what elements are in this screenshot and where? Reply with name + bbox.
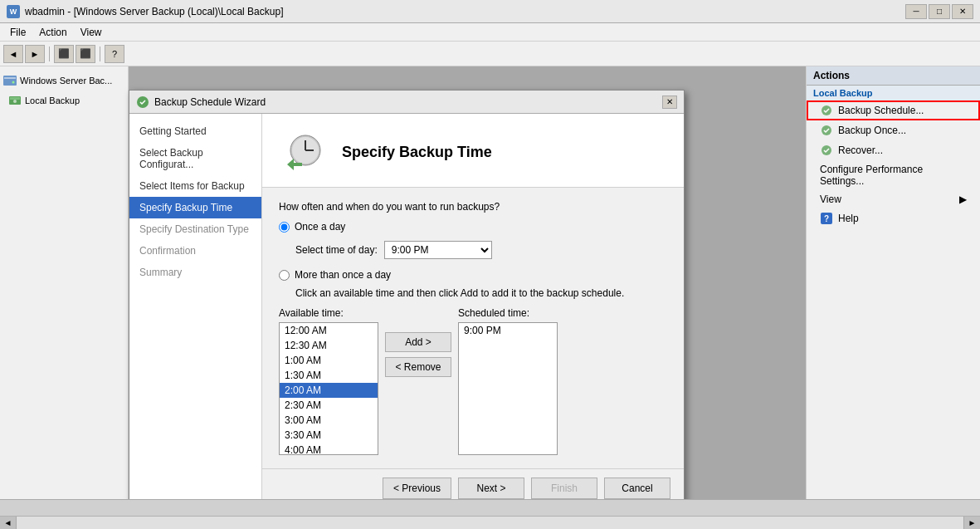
wizard-dialog: Backup Schedule Wizard ✕ Getting Started…: [129, 90, 685, 499]
svg-text:?: ?: [824, 214, 829, 223]
maximize-button[interactable]: □: [929, 4, 950, 19]
wizard-body: Getting Started Select Backup Configurat…: [129, 114, 684, 499]
left-pane: Windows Server Bac... Local Backup: [0, 66, 129, 499]
radio-more-label[interactable]: More than once a day: [295, 269, 391, 281]
scheduled-item-900pm[interactable]: 9:00 PM: [459, 323, 557, 338]
wizard-nav-confirmation: Confirmation: [129, 240, 261, 262]
scroll-right-btn[interactable]: ►: [963, 517, 980, 530]
wizard-nav: Getting Started Select Backup Configurat…: [129, 114, 262, 499]
finish-button[interactable]: Finish: [531, 478, 597, 499]
app-icon: W: [7, 5, 20, 18]
add-button[interactable]: Add >: [385, 332, 451, 352]
instruction-text: Click an available time and then click A…: [295, 287, 667, 299]
back-button[interactable]: ◄: [3, 45, 23, 63]
time-dropdown[interactable]: 9:00 PM 9:30 PM 10:00 PM: [384, 241, 492, 259]
time-label: Select time of day:: [295, 244, 378, 256]
available-label: Available time:: [279, 307, 378, 319]
wizard-page-title: Specify Backup Time: [342, 144, 492, 161]
configure-performance-label: Configure Performance Settings...: [820, 164, 967, 187]
backup-once-action[interactable]: Backup Once...: [807, 120, 980, 140]
wizard-title: Backup Schedule Wizard: [154, 96, 266, 108]
view-section[interactable]: View ▶: [807, 190, 980, 208]
actions-section-header: Local Backup: [807, 86, 980, 100]
radio-group: Once a day Select time of day: 9:00 PM 9…: [279, 221, 667, 299]
title-bar: W wbadmin - [Windows Server Backup (Loca…: [0, 0, 980, 23]
wizard-header-icon: [279, 127, 329, 177]
scheduled-label: Scheduled time:: [458, 307, 558, 319]
svg-point-2: [12, 81, 15, 84]
radio-once-label[interactable]: Once a day: [295, 221, 345, 233]
remove-button[interactable]: < Remove: [385, 357, 451, 377]
svg-point-5: [13, 100, 17, 103]
close-button[interactable]: ✕: [952, 4, 973, 19]
scheduled-times-list[interactable]: 9:00 PM: [458, 322, 558, 455]
up-button[interactable]: ⬛: [54, 45, 74, 63]
cancel-button[interactable]: Cancel: [604, 478, 670, 499]
wizard-header: Specify Backup Time: [262, 114, 684, 188]
time-item-1230am[interactable]: 12:30 AM: [280, 338, 378, 353]
wizard-nav-getting-started[interactable]: Getting Started: [129, 120, 261, 142]
backup-schedule-action[interactable]: Backup Schedule...: [807, 100, 980, 120]
actions-header: Actions: [807, 66, 980, 86]
configure-performance-action[interactable]: Configure Performance Settings...: [807, 160, 980, 190]
forward-button[interactable]: ►: [25, 45, 45, 63]
menu-view[interactable]: View: [74, 25, 109, 40]
previous-button[interactable]: < Previous: [383, 478, 451, 499]
server-nav-item[interactable]: Windows Server Bac...: [0, 70, 128, 91]
local-backup-icon: [8, 94, 22, 107]
menu-bar: File Action View: [0, 23, 980, 42]
help-label: Help: [838, 213, 859, 224]
toolbar-separator-2: [100, 47, 100, 61]
menu-file[interactable]: File: [3, 25, 32, 40]
bottom-scrollbar[interactable]: ◄ ►: [0, 516, 980, 529]
wizard-icon: [136, 96, 149, 109]
wizard-nav-summary: Summary: [129, 262, 261, 283]
main-window: W wbadmin - [Windows Server Backup (Loca…: [0, 0, 980, 529]
recover-icon: [820, 144, 833, 157]
help-button[interactable]: ?: [105, 45, 124, 63]
next-button[interactable]: Next >: [458, 478, 524, 499]
toolbar: ◄ ► ⬛ ⬛ ?: [0, 42, 980, 66]
time-item-1200am[interactable]: 12:00 AM: [280, 323, 378, 338]
show-hide-button[interactable]: ⬛: [76, 45, 95, 63]
radio-once-row: Once a day: [279, 221, 667, 233]
toolbar-separator: [49, 47, 50, 61]
time-item-200am[interactable]: 2:00 AM: [280, 383, 378, 398]
wizard-nav-select-items[interactable]: Select Items for Backup: [129, 175, 261, 197]
time-item-300am[interactable]: 3:00 AM: [280, 413, 378, 428]
help-icon: ?: [820, 212, 833, 225]
wizard-nav-destination: Specify Destination Type: [129, 218, 261, 240]
wizard-nav-specify-time[interactable]: Specify Backup Time: [129, 197, 261, 218]
right-pane: Actions Local Backup Backup Schedule... …: [806, 66, 980, 499]
scroll-track[interactable]: [17, 517, 963, 530]
available-times-list[interactable]: 12:00 AM 12:30 AM 1:00 AM 1:30 AM 2:00 A…: [279, 322, 378, 455]
scroll-left-btn[interactable]: ◄: [0, 517, 17, 530]
help-action[interactable]: ? Help: [807, 208, 980, 228]
time-item-100am[interactable]: 1:00 AM: [280, 353, 378, 368]
status-bar: [0, 499, 980, 516]
radio-more-day[interactable]: [279, 270, 290, 281]
recover-action[interactable]: Recover...: [807, 140, 980, 160]
backup-once-label: Backup Once...: [838, 125, 906, 136]
time-item-130am[interactable]: 1:30 AM: [280, 368, 378, 383]
radio-once-day[interactable]: [279, 222, 290, 233]
wizard-content-body: How often and when do you want to run ba…: [262, 188, 684, 468]
time-item-230am[interactable]: 2:30 AM: [280, 398, 378, 413]
local-nav-item[interactable]: Local Backup: [0, 91, 128, 110]
wizard-nav-select-config[interactable]: Select Backup Configurat...: [129, 142, 261, 175]
wizard-content-area: Specify Backup Time How often and when d…: [262, 114, 684, 499]
view-label: View: [820, 193, 841, 205]
recover-label: Recover...: [838, 144, 883, 156]
backup-schedule-icon: [820, 104, 833, 117]
window-title: wbadmin - [Windows Server Backup (Local)…: [25, 6, 283, 17]
backup-once-icon: [820, 124, 833, 137]
time-item-400am[interactable]: 4:00 AM: [280, 443, 378, 455]
backup-schedule-label: Backup Schedule...: [838, 105, 924, 116]
time-item-330am[interactable]: 3:30 AM: [280, 428, 378, 443]
wizard-title-bar: Backup Schedule Wizard ✕: [129, 91, 684, 114]
question-text: How often and when do you want to run ba…: [279, 201, 667, 213]
minimize-button[interactable]: ─: [905, 4, 927, 19]
wizard-close-button[interactable]: ✕: [662, 96, 677, 109]
time-select-row: Select time of day: 9:00 PM 9:30 PM 10:0…: [295, 241, 667, 259]
menu-action[interactable]: Action: [32, 25, 73, 40]
